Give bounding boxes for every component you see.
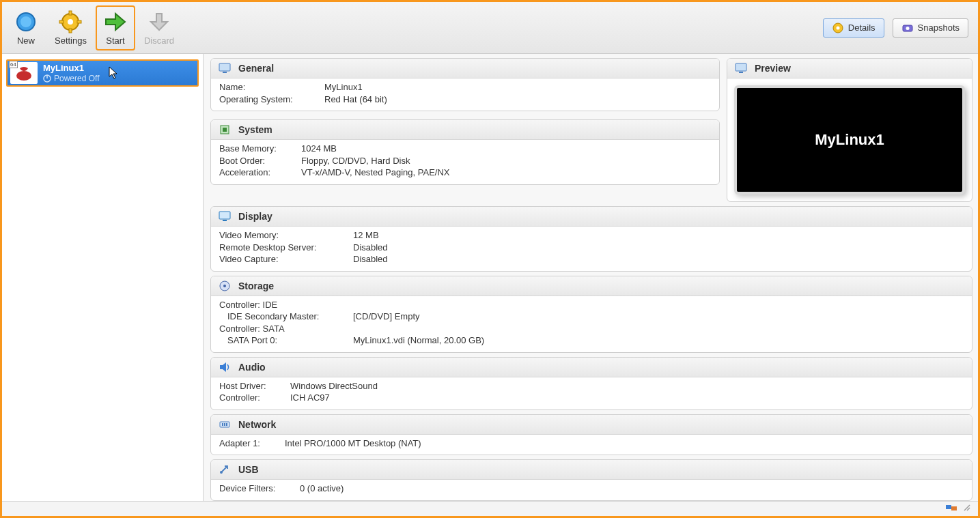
svg-rect-31 <box>951 506 957 510</box>
svg-rect-28 <box>226 423 227 426</box>
status-network-icon <box>945 503 957 515</box>
usb-header[interactable]: USB <box>211 460 972 480</box>
details-scroll[interactable]: General Name:MyLinux1 Operating System:R… <box>204 54 978 501</box>
general-title: General <box>238 63 274 74</box>
storage-body: Controller: IDE IDE Secondary Master:[CD… <box>211 296 972 352</box>
preview-thumbnail[interactable]: MyLinux1 <box>734 85 965 195</box>
svg-rect-26 <box>222 423 223 426</box>
discard-label: Discard <box>144 35 174 46</box>
ctrl-label: Controller: <box>219 392 290 404</box>
snapshots-toggle[interactable]: Snapshots <box>893 18 968 38</box>
ide-sec-label: IDE Secondary Master: <box>227 311 353 323</box>
monitor-icon <box>218 61 232 75</box>
sata0-value: MyLinux1.vdi (Normal, 20.00 GB) <box>353 334 484 347</box>
boot-label: Boot Order: <box>219 155 301 167</box>
ctrl-ide: Controller: IDE <box>219 299 277 311</box>
general-header[interactable]: General <box>211 59 719 78</box>
arch-badge: 64 <box>9 61 18 68</box>
mem-value: 1024 MB <box>301 143 337 155</box>
vc-label: Video Capture: <box>219 253 353 265</box>
new-label: New <box>17 35 35 46</box>
network-header[interactable]: Network <box>211 415 972 435</box>
usb-body: Device Filters:0 (0 active) <box>211 480 972 500</box>
svg-rect-30 <box>946 505 951 509</box>
audio-title: Audio <box>238 362 266 373</box>
gear-icon <box>58 10 83 34</box>
mem-label: Base Memory: <box>219 143 301 155</box>
network-panel: Network Adapter 1:Intel PRO/1000 MT Desk… <box>210 414 972 456</box>
app-window: New Settings Start Discard Details <box>0 0 980 518</box>
status-bar <box>2 501 978 516</box>
ctrl-sata: Controller: SATA <box>219 323 285 335</box>
vm-state: Powered Off <box>43 74 99 83</box>
svg-point-24 <box>223 285 226 287</box>
accel-label: Acceleration: <box>219 167 301 179</box>
usb-icon <box>218 463 232 476</box>
vm-state-label: Powered Off <box>54 74 99 83</box>
adapter1-label: Adapter 1: <box>219 437 285 450</box>
os-label: Operating System: <box>219 93 324 106</box>
ctrl-value: ICH AC97 <box>290 392 330 404</box>
storage-panel: Storage Controller: IDE IDE Secondary Ma… <box>210 276 972 353</box>
svg-point-12 <box>16 71 31 81</box>
name-label: Name: <box>219 81 324 93</box>
vm-name: MyLinux1 <box>43 63 99 74</box>
name-value: MyLinux1 <box>324 81 363 93</box>
general-panel: General Name:MyLinux1 Operating System:R… <box>210 58 720 111</box>
usb-title: USB <box>238 464 259 475</box>
storage-header[interactable]: Storage <box>211 276 972 296</box>
svg-rect-20 <box>739 72 743 73</box>
disk-icon <box>218 279 232 293</box>
display-icon <box>218 210 232 223</box>
host-value: Windows DirectSound <box>290 380 378 392</box>
camera-icon <box>901 22 914 34</box>
start-button[interactable]: Start <box>96 5 135 51</box>
details-toggle[interactable]: Details <box>823 18 884 38</box>
details-label: Details <box>848 23 876 33</box>
vm-os-icon: 64 <box>10 62 38 84</box>
svg-rect-18 <box>223 128 227 132</box>
display-title: Display <box>238 211 272 222</box>
svg-rect-4 <box>69 11 72 15</box>
accel-value: VT-x/AMD-V, Nested Paging, PAE/NX <box>301 167 449 179</box>
preview-title: Preview <box>755 63 791 74</box>
mouse-cursor-icon <box>109 66 118 80</box>
usb-panel: USB Device Filters:0 (0 active) <box>210 459 972 501</box>
vmem-value: 12 MB <box>353 229 379 242</box>
svg-rect-21 <box>219 212 230 219</box>
audio-panel: Audio Host Driver:Windows DirectSound Co… <box>210 357 972 410</box>
preview-header[interactable]: Preview <box>727 59 972 78</box>
adapter1-value: Intel PRO/1000 MT Desktop (NAT) <box>285 437 421 450</box>
power-icon <box>43 74 51 83</box>
vmem-label: Video Memory: <box>219 229 353 242</box>
network-icon <box>218 418 232 431</box>
storage-title: Storage <box>238 280 274 291</box>
start-label: Start <box>106 35 124 46</box>
boot-value: Floppy, CD/DVD, Hard Disk <box>301 155 410 167</box>
display-panel: Display Video Memory:12 MB Remote Deskto… <box>210 206 972 272</box>
host-label: Host Driver: <box>219 380 290 392</box>
display-header[interactable]: Display <box>211 207 972 227</box>
audio-body: Host Driver:Windows DirectSound Controll… <box>211 377 972 409</box>
settings-button[interactable]: Settings <box>48 5 93 51</box>
resize-grip-icon[interactable] <box>963 504 971 514</box>
system-body: Base Memory:1024 MB Boot Order:Floppy, C… <box>211 140 719 184</box>
new-button[interactable]: New <box>6 5 46 51</box>
audio-header[interactable]: Audio <box>211 358 972 377</box>
preview-text: MyLinux1 <box>815 131 884 149</box>
system-panel: System Base Memory:1024 MB Boot Order:Fl… <box>210 119 720 185</box>
new-icon <box>14 10 38 34</box>
system-header[interactable]: System <box>211 120 719 140</box>
svg-point-3 <box>68 19 73 25</box>
svg-point-9 <box>836 26 839 29</box>
network-title: Network <box>238 419 276 430</box>
details-icon <box>832 22 844 34</box>
vm-list: 64 MyLinux1 Powered Off <box>2 54 204 501</box>
vm-list-item[interactable]: 64 MyLinux1 Powered Off <box>6 59 199 87</box>
discard-icon <box>147 10 171 34</box>
vm-text: MyLinux1 Powered Off <box>43 63 99 83</box>
display-body: Video Memory:12 MB Remote Desktop Server… <box>211 227 972 271</box>
svg-rect-27 <box>224 423 225 426</box>
svg-rect-22 <box>223 220 227 221</box>
main-toolbar: New Settings Start Discard Details <box>2 2 978 54</box>
